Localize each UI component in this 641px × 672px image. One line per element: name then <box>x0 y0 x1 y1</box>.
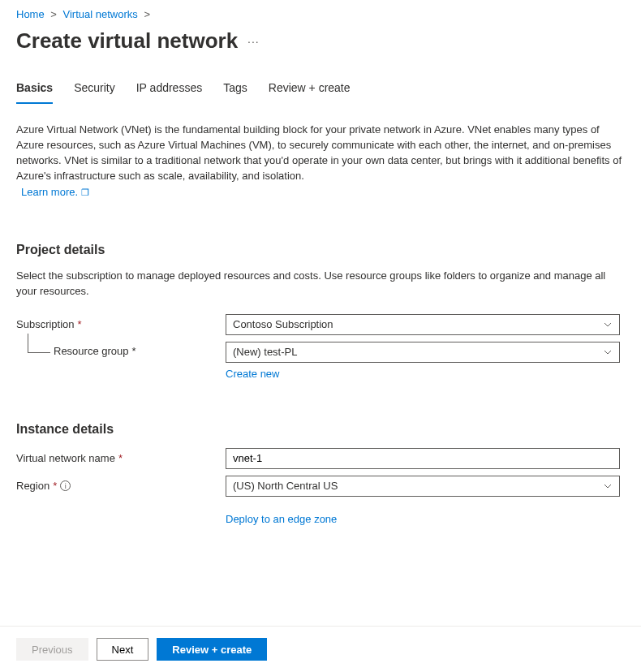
intro-text: Azure Virtual Network (VNet) is the fund… <box>16 123 625 200</box>
resource-group-row: Resource group* (New) test-PL <box>16 342 625 363</box>
resource-group-select[interactable]: (New) test-PL <box>226 342 620 363</box>
vnet-name-input[interactable] <box>226 448 620 469</box>
learn-more-link[interactable]: Learn more. ❐ <box>21 185 89 200</box>
footer-bar: Previous Next Review + create <box>0 626 641 672</box>
learn-more-label: Learn more. <box>21 185 78 200</box>
resource-group-label: Resource group* <box>54 342 226 357</box>
region-label: Region* i <box>16 480 226 492</box>
title-row: Create virtual network ··· <box>0 25 641 68</box>
vnet-name-row: Virtual network name* <box>16 448 625 469</box>
resource-group-value: (New) test-PL <box>233 346 297 358</box>
intro-body: Azure Virtual Network (VNet) is the fund… <box>16 123 622 182</box>
tab-basics[interactable]: Basics <box>16 81 53 104</box>
breadcrumb-sep: > <box>50 8 57 20</box>
tab-ip-addresses[interactable]: IP addresses <box>136 81 202 104</box>
previous-button: Previous <box>16 638 88 661</box>
vnet-name-label: Virtual network name* <box>16 452 226 464</box>
tab-review-create[interactable]: Review + create <box>269 81 351 104</box>
content-area: Azure Virtual Network (VNet) is the fund… <box>0 105 641 525</box>
breadcrumb-home[interactable]: Home <box>16 8 45 20</box>
breadcrumb-virtual-networks[interactable]: Virtual networks <box>63 8 138 20</box>
project-details-heading: Project details <box>16 243 625 257</box>
next-button[interactable]: Next <box>97 638 149 661</box>
review-create-button[interactable]: Review + create <box>157 638 267 661</box>
info-icon[interactable]: i <box>60 480 71 491</box>
region-value: (US) North Central US <box>233 480 338 492</box>
project-details-desc: Select the subscription to manage deploy… <box>16 269 625 299</box>
deploy-edge-link[interactable]: Deploy to an edge zone <box>226 513 337 525</box>
external-link-icon: ❐ <box>81 187 89 200</box>
page-title: Create virtual network <box>16 28 238 54</box>
subscription-value: Contoso Subscription <box>233 318 333 330</box>
breadcrumb: Home > Virtual networks > <box>0 0 641 25</box>
breadcrumb-sep: > <box>144 8 150 20</box>
chevron-down-icon <box>603 320 613 330</box>
tab-security[interactable]: Security <box>74 81 115 104</box>
tree-connector <box>16 342 54 360</box>
region-select[interactable]: (US) North Central US <box>226 476 620 497</box>
chevron-down-icon <box>603 481 613 491</box>
more-icon[interactable]: ··· <box>247 35 260 48</box>
tab-bar: Basics Security IP addresses Tags Review… <box>0 81 641 105</box>
subscription-label: Subscription* <box>16 318 226 330</box>
chevron-down-icon <box>603 347 613 357</box>
subscription-row: Subscription* Contoso Subscription <box>16 314 625 335</box>
subscription-select[interactable]: Contoso Subscription <box>226 314 620 335</box>
tab-tags[interactable]: Tags <box>223 81 247 104</box>
create-new-link[interactable]: Create new <box>226 368 279 380</box>
region-row: Region* i (US) North Central US <box>16 476 625 497</box>
instance-details-heading: Instance details <box>16 422 625 437</box>
